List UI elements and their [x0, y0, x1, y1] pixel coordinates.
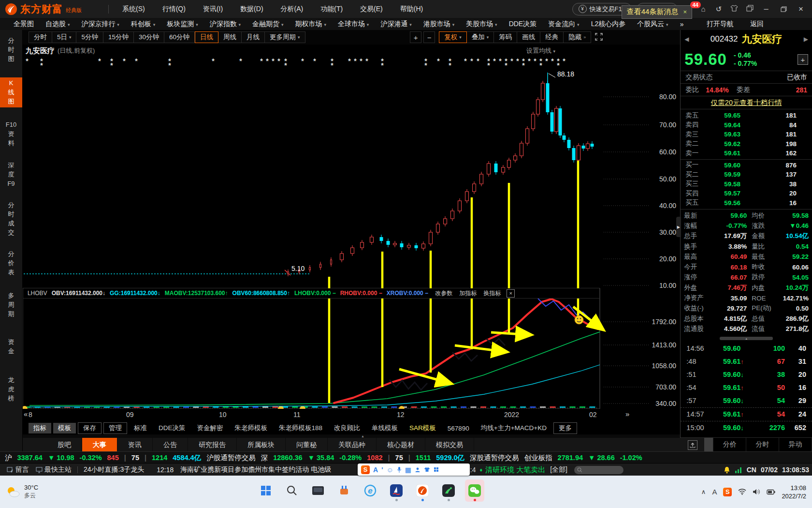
menu-资讯(I)[interactable]: 资讯(I)	[196, 3, 230, 15]
info-tab-资讯[interactable]: 资讯	[117, 438, 153, 451]
sidebar-item-kxian-tu[interactable]: K线图	[0, 77, 22, 107]
tray-chevron-icon[interactable]: ∧	[701, 488, 706, 495]
info-tab-研究报告[interactable]: 研究报告	[188, 438, 237, 451]
taskbar-icon-eastmoney-app[interactable]	[413, 479, 432, 502]
period-更多周期[interactable]: 更多周期 ▾	[265, 31, 305, 43]
nav-板块监测[interactable]: 板块监测 ▾	[162, 19, 203, 30]
menu-分析(A)[interactable]: 分析(A)	[274, 3, 310, 15]
nav-全球市场[interactable]: 全球市场 ▾	[333, 19, 374, 30]
splitter-handle[interactable]: ▲	[361, 434, 364, 438]
nav-沪深港通[interactable]: 沪深港通 ▾	[376, 19, 416, 30]
info-tab-大事[interactable]: 大事	[82, 438, 117, 451]
fastest-server-button[interactable]: 最快主站	[36, 465, 72, 474]
template-指标[interactable]: 指标	[29, 423, 51, 433]
taskbar-icon-wechat[interactable]	[465, 479, 484, 502]
sogou-logo-icon[interactable]: S	[361, 465, 370, 474]
menu-功能(T)[interactable]: 功能(T)	[314, 3, 349, 15]
nav-»[interactable]: »	[675, 19, 689, 29]
taskbar-icon-plug[interactable]	[334, 479, 354, 502]
ime-account-icon[interactable]	[415, 467, 420, 473]
template-保存[interactable]: 保存	[78, 422, 102, 434]
sidebar-item-shendu-f9[interactable]: 深度F9	[0, 160, 22, 190]
obv-btn-换指标[interactable]: 换指标	[483, 289, 501, 298]
taskbar-icon-task-view[interactable]	[308, 479, 328, 502]
alert-all-link[interactable]: [全部]	[550, 465, 567, 474]
ma-settings-button[interactable]: 设置均线 ▾	[526, 46, 555, 55]
menu-系统(S)[interactable]: 系统(S)	[116, 3, 152, 15]
nav-美股市场[interactable]: 美股市场 ▾	[461, 19, 502, 30]
obv-close-icon[interactable]: ×	[507, 289, 515, 298]
undo-icon[interactable]: ↺	[713, 5, 724, 14]
lang-indicator[interactable]: CN	[747, 466, 756, 474]
template-DDE决策[interactable]: DDE决策	[154, 423, 190, 433]
minimize-button[interactable]: ─	[760, 4, 772, 14]
menu-帮助(H)[interactable]: 帮助(H)	[393, 3, 430, 15]
nav-L2核心内参[interactable]: L2核心内参	[586, 19, 631, 30]
ime-punct-icon[interactable]: '	[381, 466, 383, 474]
template-标准[interactable]: 标准	[129, 423, 152, 433]
ime-toolbox-icon[interactable]	[434, 467, 439, 472]
sidebar-item-fenshi-tu[interactable]: 分时图	[0, 35, 22, 65]
sidebar-item-zijin[interactable]: 资金	[0, 336, 22, 357]
obv-btn-加指标[interactable]: 加指标	[459, 289, 477, 298]
info-tab-公告[interactable]: 公告	[153, 438, 188, 451]
toast-close-icon[interactable]: ×	[683, 8, 687, 15]
template-单线模板[interactable]: 单线模板	[367, 423, 403, 433]
tool-隐藏[interactable]: 隐藏 »	[564, 31, 591, 43]
info-tab-模拟交易[interactable]: 模拟交易	[425, 438, 474, 451]
template-管理[interactable]: 管理	[103, 422, 127, 434]
nav-DDE决策[interactable]: DDE决策	[504, 19, 542, 30]
prev-stock-button[interactable]: ◀	[684, 36, 689, 43]
ime-skin-icon[interactable]	[424, 467, 430, 472]
scroll-right-button[interactable]: »	[625, 410, 629, 418]
nav-资金流向[interactable]: 资金流向 ▾	[543, 19, 584, 30]
nav-沪深京排行[interactable]: 沪深京排行 ▾	[76, 19, 124, 30]
nav-返回[interactable]: 返回	[745, 19, 768, 30]
info-tab-核心题材[interactable]: 核心题材	[377, 438, 425, 451]
period-月线[interactable]: 月线	[242, 31, 265, 43]
tool-画线[interactable]: 画线	[517, 31, 540, 43]
template-改良顾比[interactable]: 改良顾比	[329, 423, 365, 433]
quick-search-input[interactable]	[574, 466, 624, 474]
panel-collapse-handle[interactable]: ▶	[676, 217, 681, 237]
sidebar-item-duo-zhouqi[interactable]: 多周期	[0, 290, 22, 320]
sidebar-item-f10-ziliao[interactable]: F10资料	[0, 119, 22, 149]
menu-数据(D)[interactable]: 数据(D)	[233, 3, 270, 15]
tick-tab-分时[interactable]: 分时	[746, 438, 779, 451]
taskbar-icon-search[interactable]	[282, 479, 302, 502]
close-button[interactable]: ×	[795, 4, 807, 14]
info-tab-所属板块[interactable]: 所属板块	[237, 438, 286, 451]
live-label[interactable]: 24小时直播:3子龙头	[84, 465, 144, 474]
ime-indicator-icon[interactable]: A	[712, 488, 717, 496]
new-message-toast[interactable]: 查看44条新消息 ×	[622, 5, 692, 19]
nav-打开导航[interactable]: 打开导航	[702, 19, 739, 30]
restore-button[interactable]	[777, 4, 790, 14]
taskbar-icon-kangaroo-app[interactable]	[439, 479, 458, 502]
tool-复权[interactable]: 复权 ▾	[439, 31, 467, 43]
nav-全景图[interactable]: 全景图	[9, 19, 39, 30]
nav-自选股[interactable]: 自选股 ▾	[41, 19, 74, 30]
period-周线[interactable]: 周线	[218, 31, 242, 43]
period-15分钟[interactable]: 15分钟	[103, 31, 134, 43]
panel-splitter[interactable]: ▲	[681, 335, 812, 342]
sidebar-item-fenshi-chengjiao[interactable]: 分时成交	[0, 199, 22, 239]
nav-金融期货[interactable]: 金融期货 ▾	[247, 19, 288, 30]
nav-个股风云[interactable]: 个股风云 ▾	[632, 19, 673, 30]
scroll-left-button[interactable]: «	[24, 410, 28, 418]
obv-btn-改参数[interactable]: 改参数	[435, 289, 452, 298]
taskbar-icon-windows-start[interactable]	[256, 479, 276, 502]
menu-行情(Q)[interactable]: 行情(Q)	[156, 3, 192, 15]
next-stock-button[interactable]: ▶	[804, 36, 808, 43]
template-朱老师模板188[interactable]: 朱老师模板188	[274, 423, 327, 433]
ime-emoji-icon[interactable]: ☺	[386, 466, 393, 474]
template-朱老师模板[interactable]: 朱老师模板	[230, 423, 272, 433]
stock-alert[interactable]: 清研环境 大笔卖出	[485, 465, 545, 475]
template-SAR模板[interactable]: SAR模板	[405, 423, 441, 433]
nav-科创板[interactable]: 科创板 ▾	[126, 19, 160, 30]
message-button[interactable]: 留言	[7, 465, 29, 474]
taskbar-icon-sail-app[interactable]	[387, 479, 406, 502]
taskbar-icon-ie-browser[interactable]: e	[361, 479, 380, 502]
period-60分钟[interactable]: 60分钟	[164, 31, 195, 43]
period-5日[interactable]: 5日 ▾	[52, 31, 77, 43]
ime-toolbar[interactable]: S A ' ☺ ▦	[358, 463, 470, 476]
